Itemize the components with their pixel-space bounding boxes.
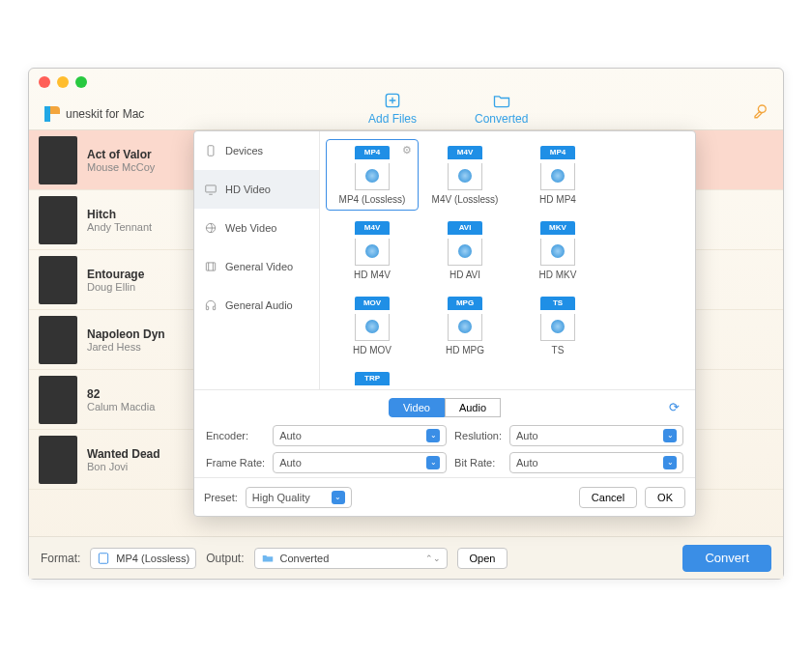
chevron-updown-icon: ⌄ — [426, 456, 440, 469]
format-hd-mp4[interactable]: MP4HD MP4 — [511, 139, 604, 211]
category-general-video[interactable]: General Video — [194, 247, 319, 286]
format-trp[interactable]: TRPTRP — [326, 365, 419, 389]
svg-rect-6 — [206, 306, 208, 310]
svg-rect-7 — [213, 306, 215, 310]
app-title: uneskit for Mac — [66, 107, 144, 121]
converted-button[interactable]: Converted — [475, 91, 528, 126]
svg-rect-1 — [100, 553, 108, 563]
chevron-updown-icon: ⌃⌄ — [425, 554, 441, 563]
svg-rect-5 — [206, 263, 215, 270]
output-label: Output: — [206, 552, 244, 565]
film-icon — [204, 260, 218, 273]
bitrate-select[interactable]: Auto⌄ — [509, 452, 683, 473]
encoder-label: Encoder: — [206, 430, 265, 441]
thumbnail — [39, 136, 77, 185]
logo-icon — [43, 104, 62, 124]
minimize-icon[interactable] — [57, 76, 69, 88]
format-mp4-lossless[interactable]: ⚙MP4MP4 (Lossless) — [326, 139, 419, 211]
thumbnail — [39, 436, 77, 484]
close-icon[interactable] — [39, 76, 50, 88]
add-files-icon — [383, 91, 402, 110]
encoder-select[interactable]: Auto⌄ — [273, 425, 447, 446]
thumbnail — [39, 316, 77, 364]
phone-icon — [204, 144, 218, 157]
tab-video[interactable]: Video — [389, 398, 445, 417]
format-select[interactable]: MP4 (Lossless) — [90, 548, 196, 569]
bitrate-label: Bit Rate: — [454, 457, 502, 468]
resolution-label: Reslution: — [454, 430, 502, 441]
maximize-icon[interactable] — [75, 76, 87, 88]
category-devices[interactable]: Devices — [194, 131, 319, 170]
format-hd-mpg[interactable]: MPGHD MPG — [419, 290, 511, 361]
gear-icon[interactable]: ⚙ — [402, 144, 412, 156]
format-label: Format: — [41, 552, 80, 565]
category-hd-video[interactable]: HD Video — [194, 170, 319, 209]
format-ts[interactable]: TSTS — [511, 290, 604, 361]
thumbnail — [39, 256, 77, 304]
category-list: Devices HD Video Web Video General Video… — [194, 131, 320, 389]
output-select[interactable]: Converted ⌃⌄ — [254, 548, 448, 569]
app-window: uneskit for Mac Add Files Converted Act … — [28, 68, 784, 580]
ok-button[interactable]: OK — [645, 487, 685, 508]
preset-select[interactable]: High Quality⌄ — [246, 487, 352, 508]
add-files-button[interactable]: Add Files — [368, 91, 417, 126]
framerate-label: Frame Rate: — [206, 457, 265, 468]
app-logo: uneskit for Mac — [43, 104, 144, 124]
bottom-bar: Format: MP4 (Lossless) Output: Converted… — [29, 536, 783, 579]
convert-button[interactable]: Convert — [682, 545, 771, 572]
format-hd-mkv[interactable]: MKVHD MKV — [511, 214, 604, 286]
format-hd-mov[interactable]: MOVHD MOV — [326, 290, 419, 361]
format-hd-m4v[interactable]: M4VHD M4V — [326, 214, 419, 286]
thumbnail — [39, 376, 77, 424]
format-grid: ⚙MP4MP4 (Lossless) M4VM4V (Lossless) MP4… — [320, 131, 695, 389]
refresh-icon[interactable]: ⟳ — [669, 400, 680, 414]
window-controls — [39, 76, 87, 88]
category-general-audio[interactable]: General Audio — [194, 286, 319, 325]
thumbnail — [39, 196, 77, 244]
chevron-updown-icon: ⌄ — [426, 429, 440, 442]
toolbar: uneskit for Mac Add Files Converted — [29, 69, 783, 130]
svg-rect-2 — [208, 146, 214, 156]
format-popover: Devices HD Video Web Video General Video… — [193, 130, 696, 517]
svg-rect-3 — [206, 185, 217, 192]
cancel-button[interactable]: Cancel — [579, 487, 637, 508]
format-settings: Video Audio ⟳ Encoder: Auto⌄ Reslution: … — [194, 389, 695, 477]
file-icon — [97, 552, 110, 565]
monitor-icon — [204, 183, 218, 196]
headphones-icon — [204, 298, 218, 312]
popover-footer: Preset: High Quality⌄ Cancel OK — [194, 477, 695, 516]
open-button[interactable]: Open — [457, 548, 508, 569]
framerate-select[interactable]: Auto⌄ — [273, 452, 447, 473]
key-icon[interactable] — [752, 102, 769, 120]
chevron-updown-icon: ⌄ — [332, 491, 345, 504]
globe-icon — [204, 221, 218, 235]
category-web-video[interactable]: Web Video — [194, 209, 319, 247]
folder-icon — [492, 91, 511, 110]
tab-audio[interactable]: Audio — [445, 398, 501, 417]
resolution-select[interactable]: Auto⌄ — [509, 425, 683, 446]
folder-icon — [261, 552, 275, 565]
chevron-updown-icon: ⌄ — [663, 456, 677, 469]
format-m4v-lossless[interactable]: M4VM4V (Lossless) — [419, 139, 511, 211]
chevron-updown-icon: ⌄ — [663, 429, 677, 442]
format-hd-avi[interactable]: AVIHD AVI — [419, 214, 511, 286]
preset-label: Preset: — [204, 492, 238, 503]
